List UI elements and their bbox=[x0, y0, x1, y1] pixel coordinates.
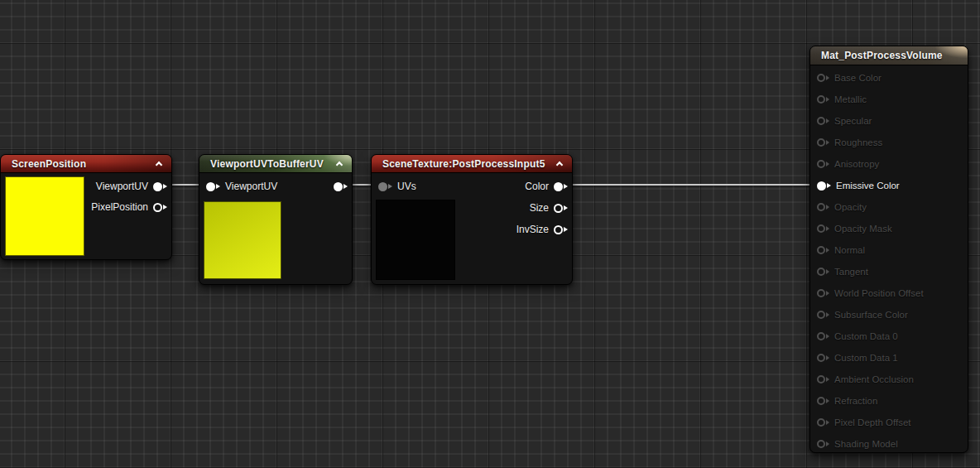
input-pin-icon[interactable] bbox=[378, 182, 392, 191]
node-viewportuvtobufferuv[interactable]: ViewportUVToBufferUVViewportUV bbox=[199, 154, 353, 285]
preview-swatch bbox=[5, 176, 84, 256]
pin-shading-model[interactable]: Shading Model bbox=[817, 433, 898, 455]
input-pin-icon[interactable] bbox=[817, 440, 829, 448]
input-pin-icon[interactable] bbox=[817, 138, 829, 147]
pin-pixelposition[interactable]: PixelPosition bbox=[91, 196, 167, 218]
input-pin-icon[interactable] bbox=[817, 311, 829, 319]
input-pin-icon[interactable] bbox=[817, 224, 829, 233]
node-title: Mat_PostProcessVolume bbox=[810, 50, 943, 61]
input-pin-icon[interactable] bbox=[817, 74, 829, 82]
pin-size[interactable]: Size bbox=[530, 197, 568, 219]
output-pin-icon[interactable] bbox=[554, 182, 568, 191]
pin-label: Custom Data 0 bbox=[834, 331, 898, 341]
pin-label: PixelPosition bbox=[91, 201, 148, 213]
node-header[interactable]: ScreenPosition bbox=[1, 155, 171, 173]
pin-viewportuv[interactable]: ViewportUV bbox=[206, 176, 277, 197]
pin-anisotropy[interactable]: Anisotropy bbox=[817, 153, 879, 175]
node-title: SceneTexture:PostProcessInput5 bbox=[372, 158, 545, 170]
graph-canvas[interactable]: ScreenPositionViewportUVPixelPositionVie… bbox=[0, 0, 980, 468]
pin-subsurface-color[interactable]: Subsurface Color bbox=[817, 304, 908, 326]
pin-label: World Position Offset bbox=[834, 288, 924, 298]
node-screenposition[interactable]: ScreenPositionViewportUVPixelPosition bbox=[0, 154, 172, 260]
pin-tangent[interactable]: Tangent bbox=[817, 261, 868, 282]
input-pin-icon[interactable] bbox=[817, 332, 829, 340]
input-pin-icon[interactable] bbox=[817, 418, 829, 427]
input-pin-icon[interactable] bbox=[206, 182, 220, 191]
pin-metallic[interactable]: Metallic bbox=[817, 89, 867, 110]
node-header[interactable]: Mat_PostProcessVolume bbox=[810, 46, 968, 65]
pin-label: Metallic bbox=[834, 94, 867, 104]
node-header[interactable]: SceneTexture:PostProcessInput5 bbox=[372, 155, 572, 173]
pin-label: Refraction bbox=[834, 396, 877, 406]
node-mat-postprocessvolume[interactable]: Mat_PostProcessVolumeBase ColorMetallicS… bbox=[809, 46, 968, 453]
pin-label: InvSize bbox=[516, 224, 549, 235]
pin-label: Ambient Occlusion bbox=[834, 374, 914, 384]
pin-label: ViewportUV bbox=[96, 181, 148, 192]
pin-label: Pixel Depth Offset bbox=[834, 417, 910, 427]
pin-opacity-mask[interactable]: Opacity Mask bbox=[817, 218, 892, 239]
pin-invsize[interactable]: InvSize bbox=[516, 219, 568, 240]
pin-label: Specular bbox=[834, 116, 872, 126]
output-pin-icon[interactable] bbox=[153, 182, 167, 191]
pin-label: Roughness bbox=[834, 138, 882, 147]
pin-opacity[interactable]: Opacity bbox=[817, 196, 867, 218]
pin-label: Emissive Color bbox=[836, 181, 900, 191]
pin-label: Subsurface Color bbox=[834, 310, 908, 320]
pin-base-color[interactable]: Base Color bbox=[817, 67, 882, 89]
pin-output[interactable] bbox=[334, 176, 348, 197]
output-pin-icon[interactable] bbox=[153, 203, 167, 212]
pin-refraction[interactable]: Refraction bbox=[817, 390, 877, 412]
pin-label: Anisotropy bbox=[834, 159, 879, 169]
input-pin-icon[interactable] bbox=[817, 117, 829, 125]
pin-custom-data-1[interactable]: Custom Data 1 bbox=[817, 347, 898, 369]
pin-label: Normal bbox=[834, 245, 865, 255]
pin-label: Custom Data 1 bbox=[834, 353, 898, 363]
pin-custom-data-0[interactable]: Custom Data 0 bbox=[817, 326, 898, 347]
input-pin-icon[interactable] bbox=[817, 375, 829, 384]
input-pin-icon[interactable] bbox=[817, 95, 829, 104]
collapse-chevron-icon[interactable] bbox=[336, 160, 344, 167]
output-pin-icon[interactable] bbox=[554, 225, 568, 234]
pin-viewportuv[interactable]: ViewportUV bbox=[96, 176, 167, 197]
pin-emissive-color[interactable]: Emissive Color bbox=[817, 175, 900, 196]
input-pin-icon[interactable] bbox=[817, 181, 831, 191]
pin-normal[interactable]: Normal bbox=[817, 239, 865, 261]
collapse-chevron-icon[interactable] bbox=[556, 160, 564, 167]
collapse-chevron-icon[interactable] bbox=[156, 160, 164, 167]
node-title: ScreenPosition bbox=[1, 158, 86, 170]
input-pin-icon[interactable] bbox=[817, 397, 829, 405]
pin-label: Base Color bbox=[834, 73, 882, 83]
pin-pixel-depth-offset[interactable]: Pixel Depth Offset bbox=[817, 412, 910, 433]
output-pin-icon[interactable] bbox=[334, 182, 348, 191]
pin-label: ViewportUV bbox=[225, 181, 277, 192]
pin-label: Opacity bbox=[834, 202, 867, 212]
pin-ambient-occlusion[interactable]: Ambient Occlusion bbox=[817, 369, 914, 390]
input-pin-icon[interactable] bbox=[817, 268, 829, 276]
node-scenetexture-postprocessinput5[interactable]: SceneTexture:PostProcessInput5UVsColorSi… bbox=[371, 154, 573, 285]
pin-world-position-offset[interactable]: World Position Offset bbox=[817, 282, 924, 304]
wire-mat-postprocessvolume-emissive-color[interactable] bbox=[560, 184, 823, 186]
pin-color[interactable]: Color bbox=[525, 176, 568, 197]
preview-swatch bbox=[204, 201, 281, 279]
pin-label: Color bbox=[525, 181, 549, 192]
pin-label: Shading Model bbox=[834, 439, 898, 449]
node-title: ViewportUVToBufferUV bbox=[199, 158, 324, 170]
input-pin-icon[interactable] bbox=[817, 289, 829, 297]
input-pin-icon[interactable] bbox=[817, 354, 829, 362]
input-pin-icon[interactable] bbox=[817, 160, 829, 168]
input-pin-icon[interactable] bbox=[817, 203, 829, 211]
pin-specular[interactable]: Specular bbox=[817, 110, 872, 132]
pin-label: Size bbox=[530, 202, 549, 214]
output-pin-icon[interactable] bbox=[554, 204, 568, 213]
preview-swatch bbox=[376, 200, 455, 280]
pin-label: Tangent bbox=[834, 267, 868, 277]
node-header[interactable]: ViewportUVToBufferUV bbox=[199, 155, 352, 173]
pin-roughness[interactable]: Roughness bbox=[817, 132, 882, 153]
pin-label: Opacity Mask bbox=[834, 224, 892, 234]
pin-uvs[interactable]: UVs bbox=[378, 176, 416, 197]
pin-label: UVs bbox=[397, 181, 416, 192]
input-pin-icon[interactable] bbox=[817, 246, 829, 254]
